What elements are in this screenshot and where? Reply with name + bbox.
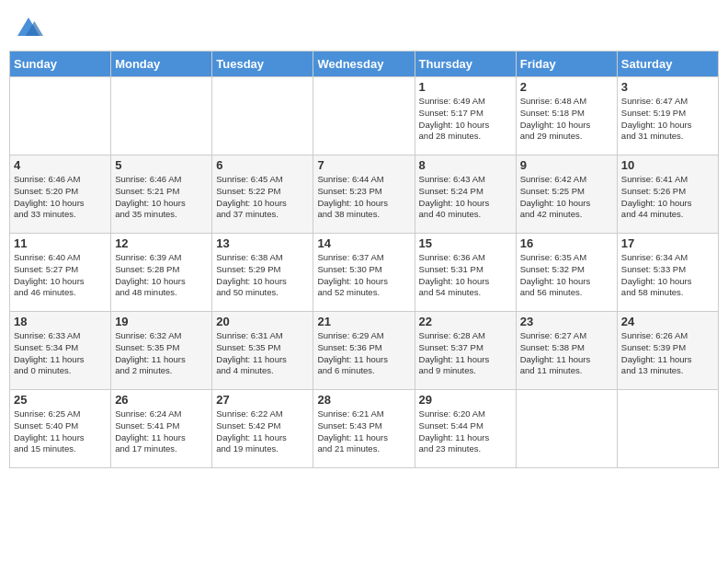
calendar-cell: 19Sunrise: 6:32 AM Sunset: 5:35 PM Dayli… xyxy=(111,312,212,390)
day-number: 9 xyxy=(520,158,613,172)
weekday-header-wednesday: Wednesday xyxy=(313,52,415,77)
day-info: Sunrise: 6:26 AM Sunset: 5:39 PM Dayligh… xyxy=(621,330,714,377)
day-number: 19 xyxy=(115,315,208,328)
day-number: 7 xyxy=(317,158,410,172)
day-number: 16 xyxy=(520,236,613,250)
calendar-cell: 24Sunrise: 6:26 AM Sunset: 5:39 PM Dayli… xyxy=(617,312,718,390)
calendar-cell: 20Sunrise: 6:31 AM Sunset: 5:35 PM Dayli… xyxy=(212,312,313,390)
day-info: Sunrise: 6:44 AM Sunset: 5:23 PM Dayligh… xyxy=(317,174,410,221)
day-info: Sunrise: 6:32 AM Sunset: 5:35 PM Dayligh… xyxy=(115,330,208,377)
weekday-header-thursday: Thursday xyxy=(415,52,516,77)
calendar-cell xyxy=(10,77,111,155)
logo-icon xyxy=(14,14,43,43)
day-number: 6 xyxy=(216,158,309,172)
calendar-week-row: 11Sunrise: 6:40 AM Sunset: 5:27 PM Dayli… xyxy=(10,234,719,312)
weekday-header-monday: Monday xyxy=(111,52,212,77)
calendar-cell: 21Sunrise: 6:29 AM Sunset: 5:36 PM Dayli… xyxy=(313,312,415,390)
calendar-header-row: SundayMondayTuesdayWednesdayThursdayFrid… xyxy=(10,52,719,77)
logo xyxy=(14,14,47,43)
calendar-cell: 29Sunrise: 6:20 AM Sunset: 5:44 PM Dayli… xyxy=(415,390,516,468)
day-info: Sunrise: 6:41 AM Sunset: 5:26 PM Dayligh… xyxy=(621,174,714,221)
day-number: 15 xyxy=(419,236,512,250)
day-info: Sunrise: 6:25 AM Sunset: 5:40 PM Dayligh… xyxy=(14,408,107,455)
day-number: 25 xyxy=(14,393,107,407)
calendar-table: SundayMondayTuesdayWednesdayThursdayFrid… xyxy=(9,51,719,468)
weekday-header-friday: Friday xyxy=(516,52,617,77)
day-info: Sunrise: 6:47 AM Sunset: 5:19 PM Dayligh… xyxy=(621,96,714,143)
day-number: 11 xyxy=(14,236,107,250)
calendar-week-row: 1Sunrise: 6:49 AM Sunset: 5:17 PM Daylig… xyxy=(10,77,719,155)
day-info: Sunrise: 6:20 AM Sunset: 5:44 PM Dayligh… xyxy=(419,408,512,455)
calendar-week-row: 25Sunrise: 6:25 AM Sunset: 5:40 PM Dayli… xyxy=(10,390,719,468)
calendar-cell: 12Sunrise: 6:39 AM Sunset: 5:28 PM Dayli… xyxy=(111,234,212,312)
calendar-cell: 23Sunrise: 6:27 AM Sunset: 5:38 PM Dayli… xyxy=(516,312,617,390)
calendar-cell: 3Sunrise: 6:47 AM Sunset: 5:19 PM Daylig… xyxy=(617,77,718,155)
day-info: Sunrise: 6:39 AM Sunset: 5:28 PM Dayligh… xyxy=(115,252,208,299)
day-info: Sunrise: 6:36 AM Sunset: 5:31 PM Dayligh… xyxy=(419,252,512,299)
calendar-cell: 27Sunrise: 6:22 AM Sunset: 5:42 PM Dayli… xyxy=(212,390,313,468)
day-info: Sunrise: 6:34 AM Sunset: 5:33 PM Dayligh… xyxy=(621,252,714,299)
day-info: Sunrise: 6:21 AM Sunset: 5:43 PM Dayligh… xyxy=(317,408,410,455)
day-info: Sunrise: 6:40 AM Sunset: 5:27 PM Dayligh… xyxy=(14,252,107,299)
calendar-cell: 10Sunrise: 6:41 AM Sunset: 5:26 PM Dayli… xyxy=(617,155,718,234)
day-number: 1 xyxy=(419,80,512,94)
day-number: 5 xyxy=(115,158,208,172)
day-number: 14 xyxy=(317,236,410,250)
calendar-cell: 8Sunrise: 6:43 AM Sunset: 5:24 PM Daylig… xyxy=(415,155,516,234)
day-number: 4 xyxy=(14,158,107,172)
calendar-cell: 28Sunrise: 6:21 AM Sunset: 5:43 PM Dayli… xyxy=(313,390,415,468)
calendar-cell: 17Sunrise: 6:34 AM Sunset: 5:33 PM Dayli… xyxy=(617,234,718,312)
day-number: 22 xyxy=(419,315,512,328)
calendar-week-row: 18Sunrise: 6:33 AM Sunset: 5:34 PM Dayli… xyxy=(10,312,719,390)
calendar-cell: 18Sunrise: 6:33 AM Sunset: 5:34 PM Dayli… xyxy=(10,312,111,390)
calendar-cell: 25Sunrise: 6:25 AM Sunset: 5:40 PM Dayli… xyxy=(10,390,111,468)
day-number: 8 xyxy=(419,158,512,172)
day-number: 10 xyxy=(621,158,714,172)
calendar-cell xyxy=(212,77,313,155)
day-number: 12 xyxy=(115,236,208,250)
day-info: Sunrise: 6:33 AM Sunset: 5:34 PM Dayligh… xyxy=(14,330,107,377)
calendar-cell: 1Sunrise: 6:49 AM Sunset: 5:17 PM Daylig… xyxy=(415,77,516,155)
calendar-cell xyxy=(516,390,617,468)
calendar-cell: 5Sunrise: 6:46 AM Sunset: 5:21 PM Daylig… xyxy=(111,155,212,234)
day-info: Sunrise: 6:24 AM Sunset: 5:41 PM Dayligh… xyxy=(115,408,208,455)
calendar-cell: 13Sunrise: 6:38 AM Sunset: 5:29 PM Dayli… xyxy=(212,234,313,312)
day-number: 2 xyxy=(520,80,613,94)
day-info: Sunrise: 6:43 AM Sunset: 5:24 PM Dayligh… xyxy=(419,174,512,221)
calendar-cell xyxy=(313,77,415,155)
calendar-cell: 4Sunrise: 6:46 AM Sunset: 5:20 PM Daylig… xyxy=(10,155,111,234)
day-number: 23 xyxy=(520,315,613,328)
calendar-cell xyxy=(617,390,718,468)
day-info: Sunrise: 6:29 AM Sunset: 5:36 PM Dayligh… xyxy=(317,330,410,377)
calendar-cell: 26Sunrise: 6:24 AM Sunset: 5:41 PM Dayli… xyxy=(111,390,212,468)
day-number: 29 xyxy=(419,393,512,407)
calendar-cell: 14Sunrise: 6:37 AM Sunset: 5:30 PM Dayli… xyxy=(313,234,415,312)
day-info: Sunrise: 6:35 AM Sunset: 5:32 PM Dayligh… xyxy=(520,252,613,299)
day-number: 18 xyxy=(14,315,107,328)
weekday-header-saturday: Saturday xyxy=(617,52,718,77)
calendar-week-row: 4Sunrise: 6:46 AM Sunset: 5:20 PM Daylig… xyxy=(10,155,719,234)
day-info: Sunrise: 6:48 AM Sunset: 5:18 PM Dayligh… xyxy=(520,96,613,143)
calendar-cell: 2Sunrise: 6:48 AM Sunset: 5:18 PM Daylig… xyxy=(516,77,617,155)
day-info: Sunrise: 6:46 AM Sunset: 5:20 PM Dayligh… xyxy=(14,174,107,221)
day-info: Sunrise: 6:31 AM Sunset: 5:35 PM Dayligh… xyxy=(216,330,309,377)
day-number: 24 xyxy=(621,315,714,328)
day-number: 20 xyxy=(216,315,309,328)
day-info: Sunrise: 6:37 AM Sunset: 5:30 PM Dayligh… xyxy=(317,252,410,299)
calendar-cell: 11Sunrise: 6:40 AM Sunset: 5:27 PM Dayli… xyxy=(10,234,111,312)
day-info: Sunrise: 6:22 AM Sunset: 5:42 PM Dayligh… xyxy=(216,408,309,455)
day-info: Sunrise: 6:45 AM Sunset: 5:22 PM Dayligh… xyxy=(216,174,309,221)
day-info: Sunrise: 6:28 AM Sunset: 5:37 PM Dayligh… xyxy=(419,330,512,377)
calendar-cell xyxy=(111,77,212,155)
day-number: 28 xyxy=(317,393,410,407)
day-info: Sunrise: 6:27 AM Sunset: 5:38 PM Dayligh… xyxy=(520,330,613,377)
calendar-cell: 7Sunrise: 6:44 AM Sunset: 5:23 PM Daylig… xyxy=(313,155,415,234)
weekday-header-sunday: Sunday xyxy=(10,52,111,77)
day-number: 27 xyxy=(216,393,309,407)
calendar-cell: 16Sunrise: 6:35 AM Sunset: 5:32 PM Dayli… xyxy=(516,234,617,312)
calendar-cell: 9Sunrise: 6:42 AM Sunset: 5:25 PM Daylig… xyxy=(516,155,617,234)
day-number: 21 xyxy=(317,315,410,328)
calendar-cell: 6Sunrise: 6:45 AM Sunset: 5:22 PM Daylig… xyxy=(212,155,313,234)
day-number: 13 xyxy=(216,236,309,250)
day-number: 26 xyxy=(115,393,208,407)
